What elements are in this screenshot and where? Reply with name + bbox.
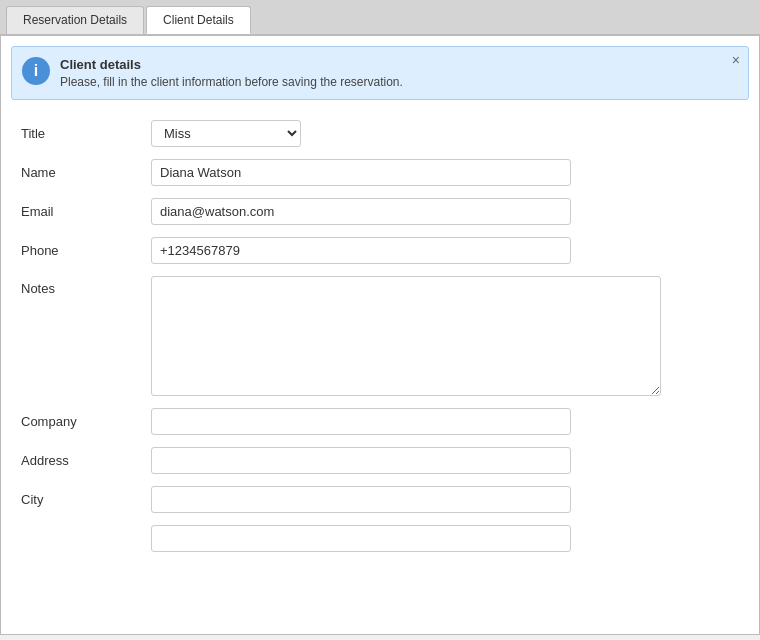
notes-textarea[interactable] [151,276,661,396]
city-input[interactable] [151,486,571,513]
email-input[interactable] [151,198,571,225]
company-label: Company [21,414,151,429]
city-row: City [21,486,739,513]
city-label: City [21,492,151,507]
notes-row: Notes [21,276,739,396]
phone-input[interactable] [151,237,571,264]
address-label: Address [21,453,151,468]
tab-client[interactable]: Client Details [146,6,251,34]
phone-label: Phone [21,243,151,258]
email-label: Email [21,204,151,219]
info-text: Client details Please, fill in the clien… [60,57,718,89]
address-row: Address [21,447,739,474]
extra-input[interactable] [151,525,571,552]
info-banner: i Client details Please, fill in the cli… [11,46,749,100]
name-row: Name [21,159,739,186]
info-icon: i [22,57,50,85]
info-banner-title: Client details [60,57,718,72]
address-input[interactable] [151,447,571,474]
company-input[interactable] [151,408,571,435]
name-label: Name [21,165,151,180]
notes-label: Notes [21,276,151,296]
tab-bar: Reservation Details Client Details [0,0,760,35]
content-area: i Client details Please, fill in the cli… [0,35,760,635]
close-banner-button[interactable]: × [732,53,740,67]
title-select[interactable]: Miss Mr Mrs Dr Prof [151,120,301,147]
tab-reservation[interactable]: Reservation Details [6,6,144,34]
title-label: Title [21,126,151,141]
title-row: Title Miss Mr Mrs Dr Prof [21,120,739,147]
company-row: Company [21,408,739,435]
form-area: Title Miss Mr Mrs Dr Prof Name Email Pho… [1,110,759,574]
name-input[interactable] [151,159,571,186]
email-row: Email [21,198,739,225]
info-banner-desc: Please, fill in the client information b… [60,75,718,89]
phone-row: Phone [21,237,739,264]
extra-row [21,525,739,552]
